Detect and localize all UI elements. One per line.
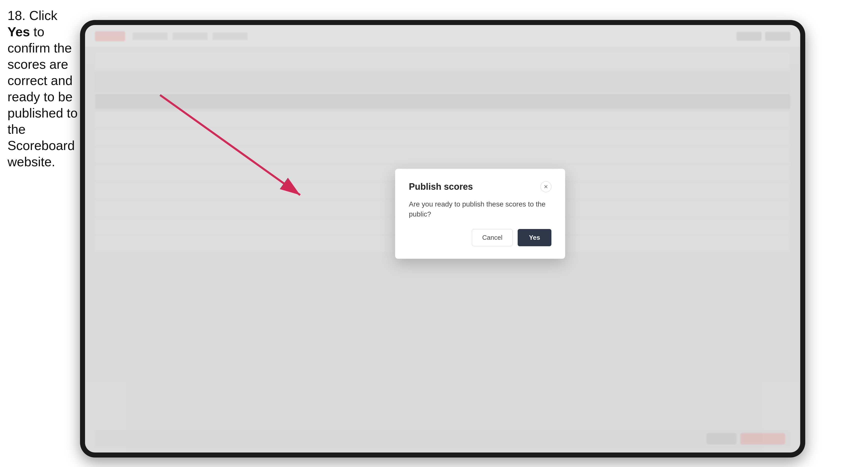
yes-button[interactable]: Yes	[518, 229, 551, 246]
instruction-text: 18. Click Yes to confirm the scores are …	[7, 7, 80, 170]
step-number: 18.	[7, 8, 26, 23]
close-icon: ×	[544, 183, 548, 190]
modal-overlay: Publish scores × Are you ready to publis…	[85, 25, 800, 453]
instruction-text-part1: Click	[29, 8, 58, 23]
modal-body: Are you ready to publish these scores to…	[409, 199, 551, 219]
tablet-screen: Publish scores × Are you ready to publis…	[85, 25, 800, 453]
modal-close-button[interactable]: ×	[540, 181, 551, 192]
instruction-text-part2: to confirm the scores are correct and re…	[7, 25, 78, 169]
tablet-device: Publish scores × Are you ready to publis…	[80, 20, 805, 458]
modal-footer: Cancel Yes	[409, 229, 551, 246]
instruction-bold: Yes	[7, 25, 30, 39]
modal-header: Publish scores ×	[409, 181, 551, 192]
cancel-button[interactable]: Cancel	[472, 229, 513, 246]
modal-title: Publish scores	[409, 182, 473, 192]
publish-scores-modal: Publish scores × Are you ready to publis…	[395, 169, 565, 258]
